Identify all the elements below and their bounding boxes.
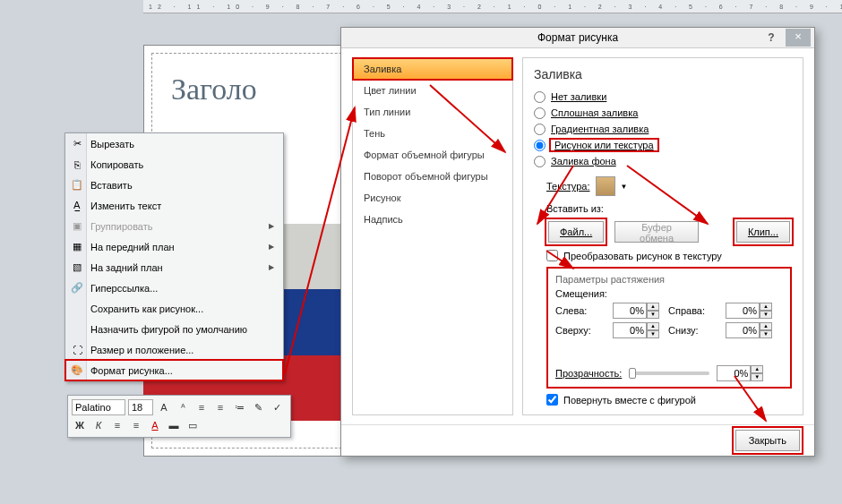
ctx-cut[interactable]: ✂Вырезать — [65, 133, 283, 154]
ctx-set-default-shape[interactable]: Назначить фигурой по умолчанию — [65, 319, 283, 339]
stretch-header: Параметры растяжения — [555, 274, 783, 285]
indent-left-icon[interactable]: ≡ — [193, 399, 210, 415]
dialog-fill-panel: Заливка Нет заливки Сплошная заливка Гра… — [522, 57, 803, 415]
dialog-category-list: Заливка Цвет линии Тип линии Тень Формат… — [352, 57, 513, 415]
radio-picture-texture[interactable]: Рисунок или текстура — [534, 137, 792, 153]
convert-to-texture[interactable]: Преобразовать рисунок в текстуру — [546, 250, 792, 261]
dialog-title-text: Формат рисунка — [537, 31, 618, 44]
ctx-hyperlink[interactable]: 🔗Гиперссылка... — [65, 278, 283, 298]
line-color-icon[interactable]: ▭ — [185, 417, 201, 433]
close-button[interactable]: Закрыть — [735, 430, 800, 451]
indent-right-icon[interactable]: ≡ — [212, 399, 228, 415]
cat-fill[interactable]: Заливка — [353, 58, 512, 80]
highlight-icon[interactable]: ✎ — [250, 399, 266, 415]
cat-shadow[interactable]: Тень — [353, 123, 512, 144]
font-size-input[interactable] — [128, 399, 153, 415]
paste-icon: 📋 — [70, 178, 84, 192]
insert-from-label: Вставить из: — [546, 203, 792, 214]
fill-color-icon[interactable]: ▬ — [166, 417, 182, 433]
shrink-font-icon[interactable]: ᴬ — [175, 399, 191, 415]
bullets-icon[interactable]: ≔ — [231, 399, 247, 415]
rotate-with-shape[interactable]: Повернуть вместе с фигурой — [546, 394, 792, 406]
cat-3d-format[interactable]: Формат объемной фигуры — [353, 144, 512, 166]
transparency-slider[interactable] — [629, 372, 709, 375]
offsets-label: Смещения: — [555, 288, 783, 299]
close-icon[interactable]: × — [786, 29, 811, 47]
ctx-copy[interactable]: ⎘Копировать — [65, 154, 283, 175]
offset-right-spinner[interactable]: ▲▼ — [726, 303, 772, 319]
offset-top-label: Сверху: — [555, 325, 604, 336]
radio-solid-fill[interactable]: Сплошная заливка — [534, 105, 792, 121]
grow-font-icon[interactable]: A — [156, 399, 172, 415]
slide-title-text: Заголо — [171, 73, 257, 107]
texture-label: Текстура: — [546, 181, 590, 192]
transparency-spinner[interactable]: ▲▼ — [717, 365, 763, 381]
radio-background-fill[interactable]: Заливка фона — [534, 153, 792, 169]
fill-heading: Заливка — [534, 67, 792, 81]
context-menu: ✂Вырезать ⎘Копировать 📋Вставить A̲Измени… — [64, 132, 284, 381]
cat-textbox[interactable]: Надпись — [353, 209, 512, 230]
offset-left-spinner[interactable]: ▲▼ — [613, 303, 659, 319]
ctx-bring-front[interactable]: ▦На передний план▶ — [65, 236, 283, 257]
ctx-paste[interactable]: 📋Вставить — [65, 175, 283, 195]
cat-picture[interactable]: Рисунок — [353, 187, 512, 209]
format-picture-icon: 🎨 — [70, 363, 84, 378]
texture-dropdown[interactable] — [596, 176, 615, 196]
offset-left-label: Слева: — [555, 305, 604, 316]
file-button[interactable]: Файл... — [548, 221, 604, 243]
help-button[interactable]: ? — [760, 31, 782, 44]
ctx-size-position[interactable]: ⛶Размер и положение... — [65, 339, 283, 360]
dialog-titlebar: Формат рисунка ? × — [341, 28, 814, 48]
radio-no-fill[interactable]: Нет заливки — [534, 89, 792, 105]
mini-toolbar: A ᴬ ≡ ≡ ≔ ✎ ✓ Ж К ≡ ≡ A ▬ ▭ — [67, 395, 291, 438]
ctx-format-picture[interactable]: 🎨Формат рисунка... — [65, 360, 283, 380]
bring-front-icon: ▦ — [70, 240, 84, 254]
dialog-footer: Закрыть — [341, 424, 814, 456]
ctx-group: ▣Группировать▶ — [65, 216, 283, 236]
horizontal-ruler: 12 · 11 · 10 · 9 · 8 · 7 · 6 · 5 · 4 · 3… — [143, 0, 842, 13]
hyperlink-icon: 🔗 — [70, 281, 84, 295]
stretch-options-group: Параметры растяжения Смещения: Слева: ▲▼… — [546, 267, 792, 389]
group-icon: ▣ — [70, 219, 84, 234]
send-back-icon: ▧ — [70, 261, 84, 275]
cut-icon: ✂ — [70, 137, 84, 151]
bold-icon[interactable]: Ж — [72, 417, 88, 433]
align-icon[interactable]: ≡ — [109, 417, 125, 433]
transparency-label: Прозрачность: — [555, 368, 622, 379]
cat-3d-rotation[interactable]: Поворот объемной фигуры — [353, 166, 512, 187]
size-icon: ⛶ — [70, 343, 84, 357]
offset-top-spinner[interactable]: ▲▼ — [613, 322, 659, 338]
offset-bottom-label: Снизу: — [668, 325, 717, 336]
cat-line-color[interactable]: Цвет линии — [353, 80, 512, 101]
radio-gradient-fill[interactable]: Градиентная заливка — [534, 121, 792, 137]
ctx-send-back[interactable]: ▧На задний план▶ — [65, 257, 283, 278]
offset-bottom-spinner[interactable]: ▲▼ — [726, 322, 772, 338]
ctx-save-as-picture[interactable]: Сохранить как рисунок... — [65, 298, 283, 319]
format-picture-dialog: Формат рисунка ? × Заливка Цвет линии Ти… — [340, 27, 815, 457]
font-color-icon[interactable]: A — [147, 417, 163, 433]
format-painter-icon[interactable]: ✓ — [269, 399, 285, 415]
font-family-input[interactable] — [72, 399, 125, 415]
clipboard-button: Буфер обмена — [614, 221, 699, 243]
edit-text-icon: A̲ — [70, 199, 84, 213]
clip-button[interactable]: Клип... — [736, 221, 790, 243]
offset-right-label: Справа: — [668, 305, 717, 316]
ctx-edit-text[interactable]: A̲Изменить текст — [65, 195, 283, 216]
align-center-icon[interactable]: ≡ — [128, 417, 144, 433]
cat-line-type[interactable]: Тип линии — [353, 101, 512, 123]
italic-icon[interactable]: К — [90, 417, 107, 433]
copy-icon: ⎘ — [70, 158, 84, 172]
